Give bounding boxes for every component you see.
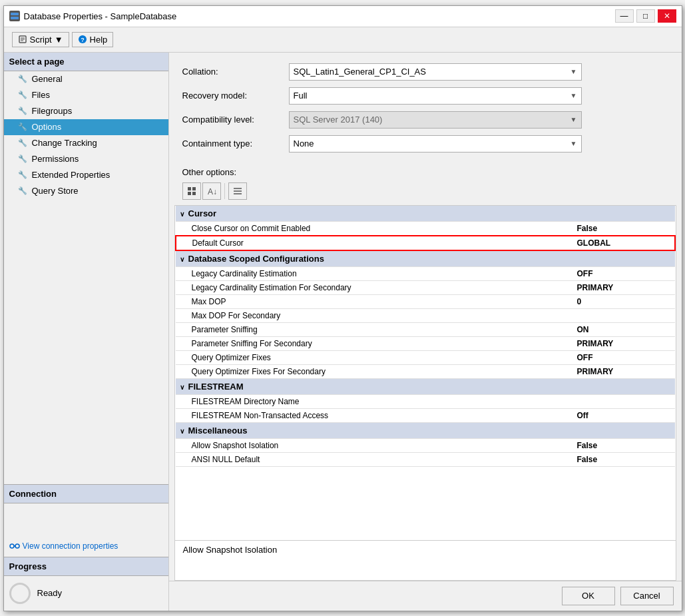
toolbar-separator [224, 183, 225, 199]
title-controls: — □ ✕ [615, 9, 676, 23]
table-row[interactable]: FILESTREAM Directory Name [176, 394, 675, 408]
dialog-title: Database Properties - SampleDatabase [24, 11, 177, 21]
table-row[interactable]: Close Cursor on Commit EnabledFalse [176, 221, 675, 236]
table-row[interactable]: ANSI NULL DefaultFalse [176, 452, 675, 466]
compatibility-level-value: SQL Server 2017 (140) [294, 115, 383, 125]
svg-rect-13 [188, 192, 191, 195]
title-bar-left: Database Properties - SampleDatabase [9, 11, 177, 21]
table-row[interactable]: Parameter SniffingON [176, 322, 675, 336]
grid-view-button[interactable] [182, 182, 201, 200]
progress-content: Ready [4, 576, 168, 611]
connection-icon [9, 541, 20, 551]
recovery-model-dropdown[interactable]: Full ▼ [289, 87, 582, 105]
property-name: Query Optimizer Fixes For Secondary [176, 364, 572, 378]
property-name: Default Cursor [176, 236, 572, 250]
sidebar-item-change-tracking[interactable]: 🔧 Change Tracking [4, 135, 168, 151]
close-button[interactable]: ✕ [658, 9, 676, 23]
script-icon [18, 35, 27, 44]
collation-arrow: ▼ [571, 68, 577, 75]
form-area: Collation: SQL_Latin1_General_CP1_CI_AS … [169, 53, 682, 164]
sidebar-item-filegroups[interactable]: 🔧 Filegroups [4, 103, 168, 119]
property-value: PRIMARY [571, 280, 674, 294]
maximize-button[interactable]: □ [636, 9, 655, 23]
property-value: ON [571, 322, 674, 336]
property-name: Parameter Sniffing [176, 322, 572, 336]
status-text: Allow Snapshot Isolation [183, 545, 278, 555]
sidebar-item-label: Extended Properties [32, 170, 111, 180]
section-header: ∨Miscellaneous [176, 422, 675, 438]
sidebar-item-label: Files [32, 90, 50, 100]
sidebar-item-general[interactable]: 🔧 General [4, 71, 168, 87]
sidebar-item-options[interactable]: 🔧 Options [4, 119, 168, 135]
table-row[interactable]: FILESTREAM Non-Transacted AccessOff [176, 408, 675, 422]
cancel-button[interactable]: Cancel [620, 587, 674, 605]
query-store-icon: 🔧 [17, 186, 28, 196]
script-button[interactable]: Script ▼ [12, 32, 69, 47]
title-bar: Database Properties - SampleDatabase — □… [4, 6, 682, 27]
main-content: Select a page 🔧 General 🔧 Files 🔧 Filegr… [4, 53, 682, 611]
table-row[interactable]: Max DOP For Secondary [176, 308, 675, 322]
help-label: Help [90, 35, 108, 45]
view-connection-link[interactable]: View connection properties [9, 541, 163, 551]
sidebar-item-permissions[interactable]: 🔧 Permissions [4, 151, 168, 167]
table-row[interactable]: Query Optimizer Fixes For SecondaryPRIMA… [176, 364, 675, 378]
property-value: False [571, 221, 674, 236]
section-header: ∨Cursor [176, 206, 675, 222]
property-value: 0 [571, 294, 674, 308]
filegroups-icon: 🔧 [17, 106, 28, 117]
table-row[interactable]: Legacy Cardinality Estimation For Second… [176, 280, 675, 294]
bottom-bar: OK Cancel [169, 581, 682, 611]
sort-button[interactable]: A↓ [202, 182, 221, 200]
collation-dropdown[interactable]: SQL_Latin1_General_CP1_CI_AS ▼ [289, 63, 582, 81]
collation-value: SQL_Latin1_General_CP1_CI_AS [294, 67, 426, 77]
sidebar-item-label: Permissions [32, 154, 79, 164]
sidebar-item-extended-properties[interactable]: 🔧 Extended Properties [4, 167, 168, 183]
containment-type-value: None [294, 139, 314, 149]
table-row[interactable]: Max DOP0 [176, 294, 675, 308]
compatibility-level-row: Compatibility level: SQL Server 2017 (14… [182, 111, 668, 129]
options-toolbar: A↓ [169, 181, 682, 205]
toolbar: Script ▼ ? Help [4, 27, 682, 53]
script-dropdown-arrow: ▼ [55, 35, 63, 45]
progress-section: Progress Ready [4, 557, 168, 611]
svg-rect-14 [192, 192, 196, 195]
property-name: Legacy Cardinality Estimation [176, 266, 572, 280]
property-value: PRIMARY [571, 336, 674, 350]
recovery-arrow: ▼ [571, 92, 577, 99]
list-view-button[interactable] [228, 182, 247, 200]
other-options-label: Other options: [169, 164, 682, 181]
properties-table-container[interactable]: ∨CursorClose Cursor on Commit EnabledFal… [174, 205, 676, 541]
table-row[interactable]: Parameter Sniffing For SecondaryPRIMARY [176, 336, 675, 350]
table-row[interactable]: Default CursorGLOBAL [176, 236, 675, 250]
extended-props-icon: 🔧 [17, 170, 28, 180]
recovery-model-row: Recovery model: Full ▼ [182, 87, 668, 105]
help-button[interactable]: ? Help [72, 32, 114, 47]
minimize-button[interactable]: — [615, 9, 634, 23]
sidebar: Select a page 🔧 General 🔧 Files 🔧 Filegr… [4, 53, 169, 611]
containment-type-dropdown[interactable]: None ▼ [289, 135, 582, 153]
svg-point-8 [10, 544, 14, 548]
svg-text:A↓: A↓ [208, 187, 216, 196]
table-row[interactable]: Legacy Cardinality EstimationOFF [176, 266, 675, 280]
change-tracking-icon: 🔧 [17, 138, 28, 149]
status-bar: Allow Snapshot Isolation [174, 541, 676, 581]
ok-button[interactable]: OK [562, 587, 615, 605]
property-name: FILESTREAM Directory Name [176, 394, 572, 408]
help-icon: ? [78, 35, 87, 44]
connection-section-header: Connection [4, 484, 168, 503]
compatibility-level-dropdown[interactable]: SQL Server 2017 (140) ▼ [289, 111, 582, 129]
progress-spinner [9, 583, 31, 604]
containment-type-label: Containment type: [182, 139, 289, 149]
sidebar-item-label: General [32, 74, 63, 84]
table-row[interactable]: Query Optimizer FixesOFF [176, 350, 675, 364]
sidebar-item-label: Options [32, 122, 62, 132]
property-value: GLOBAL [571, 236, 674, 250]
permissions-icon: 🔧 [17, 154, 28, 164]
sidebar-item-query-store[interactable]: 🔧 Query Store [4, 183, 168, 199]
svg-text:?: ? [81, 37, 85, 43]
table-row[interactable]: Allow Snapshot IsolationFalse [176, 438, 675, 452]
svg-point-9 [15, 544, 19, 548]
property-value [571, 308, 674, 322]
property-value: OFF [571, 266, 674, 280]
sidebar-item-files[interactable]: 🔧 Files [4, 87, 168, 103]
